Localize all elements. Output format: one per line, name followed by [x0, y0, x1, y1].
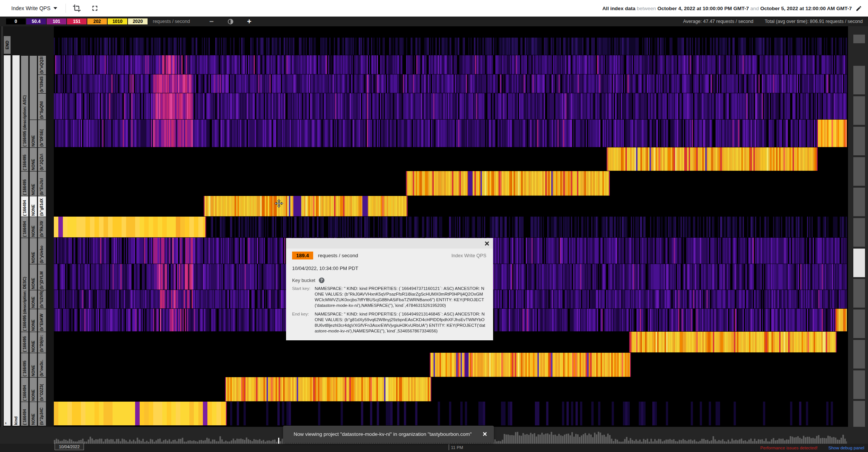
- minimap-block-1[interactable]: [853, 96, 865, 125]
- namespace-segment-0[interactable]: [30, 55, 37, 120]
- bucket-row-5[interactable]: (b"EnJIzl: [38, 171, 46, 196]
- zoom-in-button[interactable]: +: [247, 18, 251, 25]
- metric-dropdown[interactable]: Index Write QPS: [11, 5, 57, 11]
- range-and: and: [750, 6, 759, 11]
- heatmap-canvas[interactable]: [54, 38, 847, 426]
- index-segment-7-label: (`166495: [21, 353, 28, 377]
- value-badge: 189.4: [292, 252, 313, 259]
- index-segment-7[interactable]: (`166495: [21, 353, 28, 377]
- tooltip-header: ×: [286, 238, 493, 249]
- fullscreen-icon[interactable]: [91, 4, 99, 12]
- namespace-segment-4[interactable]: NONE: [30, 196, 37, 217]
- snackbar-close-icon[interactable]: ×: [483, 430, 487, 438]
- minimap-block-3[interactable]: [853, 157, 865, 186]
- bucket-row-8-label: (b"yUebo: [38, 238, 46, 264]
- bucket-row-2-label: (b"SpQNl: [38, 94, 46, 120]
- bucket-row-9[interactable]: (b"jDYLM: [38, 264, 46, 290]
- bucket-row-4[interactable]: (b"JQZc\: [38, 147, 46, 171]
- bucket-row-8[interactable]: (b"yUebo: [38, 238, 46, 264]
- key-column-kind[interactable]: [12, 55, 20, 426]
- toolbar-divider: [65, 4, 66, 13]
- index-segment-2-label: (`166495: [21, 171, 28, 196]
- end-key-label: End key:: [292, 311, 313, 334]
- namespace-segment-5[interactable]: NONE: [30, 217, 37, 238]
- legend-swatches: 050.410115120210102020: [6, 18, 148, 24]
- namespace-segment-7[interactable]: NONE: [30, 264, 37, 290]
- namespace-segment-2[interactable]: NONE: [30, 147, 37, 171]
- bucket-row-12-label: (b"D9jVr:: [38, 332, 46, 353]
- minimap-block-2[interactable]: [853, 127, 865, 155]
- bucket-row-15[interactable]: (b"2p34C: [38, 402, 46, 426]
- index-segment-5[interactable]: (`166495 (description: DESC): [21, 238, 28, 332]
- help-icon[interactable]: ?: [319, 278, 324, 283]
- minimap-block-9[interactable]: [853, 340, 865, 369]
- left-scroll-rail[interactable]: [1, 26, 3, 427]
- index-segment-5-label: (`166495 (description: DESC): [21, 238, 28, 332]
- namespace-segment-1[interactable]: NONE: [30, 120, 37, 147]
- index-segment-3[interactable]: (`166494: [21, 196, 28, 217]
- index-segment-0[interactable]: (`166495 (description: ASC): [21, 55, 28, 147]
- index-segment-4[interactable]: (`166494: [21, 217, 28, 238]
- bucket-row-10-label: (b"U2VR(: [38, 290, 46, 309]
- namespace-segment-11[interactable]: NONE: [30, 353, 37, 377]
- bucket-row-1[interactable]: (b"I39dS: [38, 74, 46, 93]
- namespace-segment-10[interactable]: NONE: [30, 332, 37, 353]
- range-end: October 5, 2022 at 12:00:00 AM GMT-7: [760, 6, 852, 11]
- show-debug-panel-link[interactable]: Show debug panel: [828, 446, 864, 450]
- minimap-block-top[interactable]: [853, 35, 865, 43]
- index-segment-6[interactable]: (`166495: [21, 332, 28, 353]
- move-cursor-crosshair: [275, 199, 283, 208]
- index-segment-2[interactable]: (`166495: [21, 171, 28, 196]
- namespace-segment-13[interactable]: NONE: [30, 402, 37, 426]
- namespace-segment-6[interactable]: NONE: [30, 238, 37, 264]
- total-stat: Total (avg over time): 806.91 requests /…: [764, 19, 863, 24]
- average-stat: Average: 47.47 requests / second: [683, 19, 754, 24]
- timeline-scrubber[interactable]: [278, 438, 279, 444]
- bucket-row-12[interactable]: (b"D9jVr:: [38, 332, 46, 353]
- namespace-segment-9[interactable]: NONE: [30, 309, 37, 332]
- minimap-block-4[interactable]: [853, 188, 865, 216]
- start-key-label: Start key:: [292, 286, 313, 308]
- legend-bar: 050.410115120210102020 requests / second…: [0, 17, 868, 26]
- minimap-block-10[interactable]: [853, 370, 865, 399]
- bucket-row-3[interactable]: (b"DFSE(: [38, 120, 46, 147]
- bucket-row-0[interactable]: (b"xQQ3l: [38, 55, 46, 74]
- namespace-segment-12[interactable]: NONE: [30, 377, 37, 402]
- key-column-root[interactable]: [4, 55, 11, 426]
- key-bucket-caption: Key bucket: [292, 278, 315, 283]
- zoom-out-button[interactable]: −: [209, 18, 214, 25]
- index-segment-9[interactable]: (`166494: [21, 402, 28, 426]
- minimap-block-0[interactable]: [853, 66, 865, 94]
- index-segment-0-label: (`166495 (description: ASC): [21, 56, 28, 147]
- index-segment-1[interactable]: (`166495: [21, 147, 28, 171]
- minimap-block-6[interactable]: [853, 249, 865, 277]
- bucket-row-14[interactable]: (b"O2Z3(: [38, 377, 46, 402]
- timeline-date-label: 10/04/2022: [55, 443, 84, 450]
- bucket-row-13-label: (b"ow3c.: [38, 353, 46, 377]
- minimap-block-11[interactable]: [853, 401, 865, 429]
- key-visualizer-app: Index Write QPS All index data between O…: [0, 0, 868, 452]
- bucket-row-3-label: (b"DFSE(: [38, 120, 46, 147]
- index-segment-8[interactable]: (`166494: [21, 377, 28, 402]
- start-key-value: NAMESPACE: " KIND: kind PROPERTIES: (`16…: [315, 286, 486, 308]
- bucket-row-11-label: (b"EbKW: [38, 309, 46, 332]
- tooltip-close-icon[interactable]: ×: [484, 239, 489, 249]
- bucket-row-13[interactable]: (b"ow3c.: [38, 353, 46, 377]
- minimap-block-7[interactable]: [853, 279, 865, 308]
- bucket-row-2[interactable]: (b"SpQNl: [38, 93, 46, 120]
- namespace-segment-3[interactable]: NONE: [30, 171, 37, 196]
- legend-unit-label: requests / second: [153, 19, 190, 24]
- bucket-row-11[interactable]: (b"EbKW: [38, 309, 46, 332]
- bucket-row-7[interactable]: (b"RkJ0/: [38, 217, 46, 238]
- bucket-row-6[interactable]: (b"g81dX: [38, 196, 46, 217]
- hour-tick: [449, 444, 449, 450]
- minimap-block-8[interactable]: [853, 309, 865, 338]
- legend-stop-2020: 2020: [128, 18, 148, 24]
- contrast-icon[interactable]: [227, 18, 234, 25]
- row-minimap: [848, 26, 868, 427]
- minimap-block-5[interactable]: [853, 218, 865, 247]
- crop-icon[interactable]: [73, 4, 81, 12]
- edit-pencil-icon[interactable]: [856, 5, 862, 12]
- namespace-segment-8[interactable]: NONE: [30, 290, 37, 309]
- bucket-row-10[interactable]: (b"U2VR(: [38, 290, 46, 309]
